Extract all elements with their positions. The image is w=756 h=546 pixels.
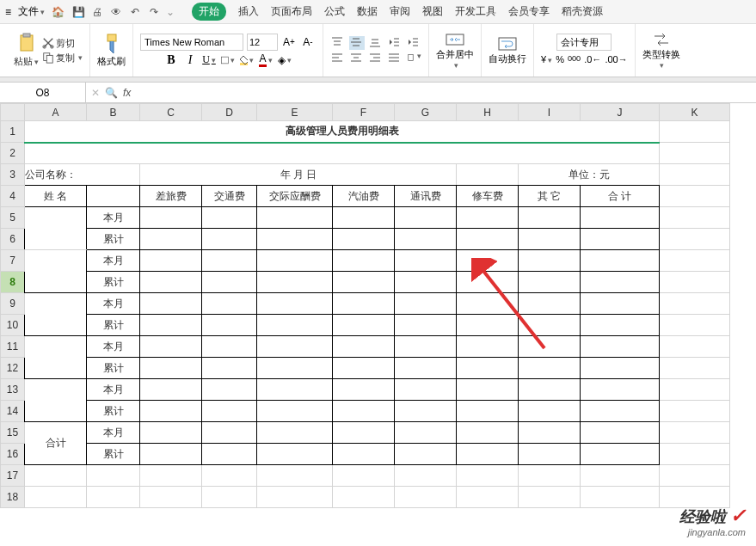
cell[interactable] — [333, 358, 395, 379]
cell-h-fuel[interactable]: 汽油费 — [333, 186, 395, 207]
cell[interactable] — [257, 358, 333, 379]
italic-button[interactable]: I — [182, 52, 198, 68]
cell[interactable] — [257, 315, 333, 336]
row-header-8[interactable]: 8 — [1, 272, 25, 293]
row-header-14[interactable]: 14 — [1, 401, 25, 422]
cell[interactable] — [395, 401, 457, 422]
cell[interactable] — [333, 444, 395, 465]
cell[interactable] — [333, 207, 395, 229]
cell-h-other[interactable]: 其 它 — [519, 186, 581, 207]
cell[interactable] — [519, 229, 581, 250]
cell[interactable] — [395, 293, 457, 315]
cell[interactable] — [202, 379, 257, 401]
row-header-18[interactable]: 18 — [1, 487, 25, 508]
tab-doke[interactable]: 稻壳资源 — [562, 4, 603, 19]
font-select[interactable] — [140, 34, 243, 51]
tab-member[interactable]: 会员专享 — [508, 4, 550, 19]
cell[interactable] — [457, 444, 519, 465]
cell[interactable] — [257, 487, 333, 508]
cell[interactable] — [457, 250, 519, 272]
cell[interactable] — [660, 444, 730, 465]
cell[interactable] — [457, 422, 519, 444]
cell-title[interactable]: 高级管理人员费用明细表 — [25, 121, 660, 143]
col-header-G[interactable]: G — [395, 104, 457, 121]
col-header-J[interactable]: J — [581, 104, 660, 121]
cell-cumul[interactable]: 累计 — [87, 229, 140, 250]
cell[interactable] — [581, 487, 660, 508]
align-left-button[interactable] — [330, 52, 346, 65]
align-center-button[interactable] — [349, 52, 365, 65]
cell-h-comm[interactable]: 通讯费 — [395, 186, 457, 207]
cell[interactable] — [333, 379, 395, 401]
cell[interactable] — [333, 229, 395, 250]
increase-decimal-button[interactable]: .00→ — [605, 54, 627, 67]
cell[interactable] — [202, 465, 257, 487]
cell[interactable] — [202, 315, 257, 336]
cell[interactable] — [202, 272, 257, 293]
cell-unit[interactable]: 单位：元 — [519, 164, 660, 186]
format-painter-button[interactable]: 格式刷 — [97, 33, 126, 68]
cell[interactable] — [395, 250, 457, 272]
increase-font-button[interactable]: A+ — [281, 34, 297, 50]
cell[interactable] — [202, 358, 257, 379]
border-button[interactable] — [220, 52, 236, 68]
cell[interactable] — [457, 315, 519, 336]
cell[interactable] — [333, 293, 395, 315]
cell[interactable] — [660, 465, 730, 487]
cell[interactable] — [519, 401, 581, 422]
cell[interactable] — [140, 250, 202, 272]
type-convert-button[interactable]: 类型转换 — [642, 31, 680, 70]
cell-cumul[interactable]: 累计 — [87, 315, 140, 336]
row-header-15[interactable]: 15 — [1, 422, 25, 444]
cell[interactable] — [257, 207, 333, 229]
row-header-16[interactable]: 16 — [1, 444, 25, 465]
cell[interactable] — [25, 207, 87, 250]
col-header-D[interactable]: D — [202, 104, 257, 121]
cell[interactable] — [25, 487, 87, 508]
cell[interactable] — [257, 401, 333, 422]
cell[interactable] — [660, 315, 730, 336]
cell[interactable] — [140, 272, 202, 293]
cell[interactable] — [87, 487, 140, 508]
print-icon[interactable]: 🖨 — [90, 5, 104, 19]
cell[interactable] — [257, 229, 333, 250]
tab-data[interactable]: 数据 — [357, 4, 378, 19]
cell[interactable] — [457, 207, 519, 229]
cell[interactable] — [519, 358, 581, 379]
decrease-font-button[interactable]: A- — [300, 34, 316, 50]
fill-color-button[interactable] — [239, 52, 255, 68]
cell[interactable] — [257, 379, 333, 401]
cell[interactable] — [202, 444, 257, 465]
cell[interactable] — [140, 315, 202, 336]
cell[interactable] — [581, 207, 660, 229]
row-header-6[interactable]: 6 — [1, 229, 25, 250]
font-color-button[interactable]: A — [258, 52, 274, 68]
wrap-text-button[interactable]: 自动换行 — [489, 35, 526, 65]
cell[interactable] — [519, 315, 581, 336]
cell[interactable] — [519, 272, 581, 293]
row-header-4[interactable]: 4 — [1, 186, 25, 207]
cell-h-ent[interactable]: 交际应酬费 — [257, 186, 333, 207]
cell[interactable] — [25, 143, 660, 164]
cell[interactable] — [519, 444, 581, 465]
cell[interactable] — [87, 186, 140, 207]
cell[interactable] — [581, 229, 660, 250]
cell[interactable] — [457, 379, 519, 401]
tab-dev[interactable]: 开发工具 — [455, 4, 496, 19]
cell[interactable] — [660, 293, 730, 315]
cell[interactable] — [457, 487, 519, 508]
cell[interactable] — [140, 293, 202, 315]
cell-h-trans[interactable]: 交通费 — [202, 186, 257, 207]
row-header-7[interactable]: 7 — [1, 250, 25, 272]
align-justify-button[interactable] — [387, 52, 403, 65]
indent-decrease-button[interactable] — [387, 36, 403, 50]
cell[interactable] — [581, 444, 660, 465]
tab-insert[interactable]: 插入 — [238, 4, 259, 19]
col-header-F[interactable]: F — [333, 104, 395, 121]
cell[interactable] — [457, 401, 519, 422]
cancel-icon[interactable]: ✕ — [91, 87, 100, 99]
cell[interactable] — [333, 336, 395, 358]
file-menu[interactable]: 文件 — [18, 4, 45, 19]
cell[interactable] — [457, 336, 519, 358]
cell[interactable] — [140, 401, 202, 422]
